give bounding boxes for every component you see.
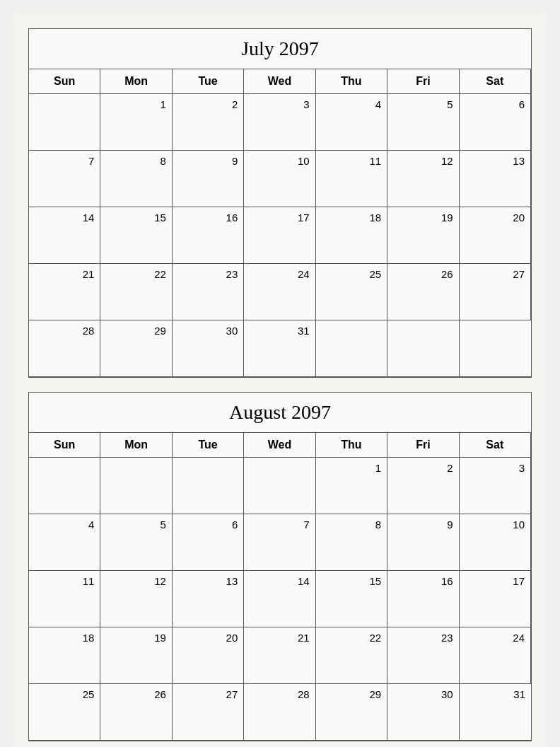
day-cell-24: 24 [460, 627, 531, 684]
day-cell-22: 22 [100, 264, 172, 320]
day-cell-27: 27 [460, 264, 531, 320]
day-cell-30: 30 [173, 320, 244, 377]
day-cell-6: 6 [460, 94, 531, 151]
day-cell-2: 2 [173, 94, 244, 151]
day-cell-1: 1 [316, 458, 387, 514]
calendar-august-2097: August 2097SunMonTueWedThuFriSat12345678… [28, 392, 532, 741]
day-cell-23: 23 [387, 627, 459, 684]
day-cell-15: 15 [316, 571, 387, 627]
day-cell-29: 29 [100, 320, 172, 377]
day-cell-2: 2 [387, 458, 459, 514]
day-cell-20: 20 [460, 207, 531, 264]
day-cell-16: 16 [173, 207, 244, 264]
day-cell-18: 18 [29, 627, 100, 684]
day-cell-8: 8 [316, 514, 387, 571]
day-cell-10: 10 [460, 514, 531, 571]
day-cell-9: 9 [173, 151, 244, 207]
day-cell-4: 4 [29, 514, 100, 571]
header-mon: Mon [100, 69, 172, 94]
day-cell-24: 24 [244, 264, 315, 320]
day-cell-12: 12 [100, 571, 172, 627]
empty-cell [316, 320, 387, 377]
day-cell-13: 13 [173, 571, 244, 627]
day-cell-19: 19 [100, 627, 172, 684]
header-sun: Sun [29, 69, 100, 94]
header-sun: Sun [29, 433, 100, 458]
day-cell-10: 10 [244, 151, 315, 207]
day-cell-29: 29 [316, 684, 387, 741]
day-cell-9: 9 [387, 514, 459, 571]
day-cell-1: 1 [100, 94, 172, 151]
empty-cell [387, 320, 459, 377]
day-cell-31: 31 [460, 684, 531, 741]
header-sat: Sat [460, 69, 531, 94]
day-cell-21: 21 [29, 264, 100, 320]
day-cell-4: 4 [316, 94, 387, 151]
day-cell-26: 26 [387, 264, 459, 320]
day-cell-27: 27 [173, 684, 244, 741]
day-cell-19: 19 [387, 207, 459, 264]
empty-cell [29, 94, 100, 151]
day-cell-28: 28 [244, 684, 315, 741]
header-wed: Wed [244, 69, 315, 94]
day-cell-11: 11 [29, 571, 100, 627]
calendar-grid-july-2097: SunMonTueWedThuFriSat1234567891011121314… [29, 69, 531, 377]
header-wed: Wed [244, 433, 315, 458]
calendar-grid-august-2097: SunMonTueWedThuFriSat1234567891011121314… [29, 433, 531, 741]
day-cell-13: 13 [460, 151, 531, 207]
day-cell-11: 11 [316, 151, 387, 207]
day-cell-5: 5 [100, 514, 172, 571]
header-tue: Tue [173, 69, 244, 94]
empty-cell [100, 458, 172, 514]
header-thu: Thu [316, 433, 387, 458]
header-sat: Sat [460, 433, 531, 458]
header-fri: Fri [387, 69, 459, 94]
day-cell-17: 17 [244, 207, 315, 264]
day-cell-26: 26 [100, 684, 172, 741]
header-mon: Mon [100, 433, 172, 458]
day-cell-20: 20 [173, 627, 244, 684]
day-cell-31: 31 [244, 320, 315, 377]
calendar-title-july-2097: July 2097 [29, 29, 531, 69]
empty-cell [244, 458, 315, 514]
day-cell-3: 3 [460, 458, 531, 514]
day-cell-5: 5 [387, 94, 459, 151]
day-cell-7: 7 [29, 151, 100, 207]
day-cell-14: 14 [29, 207, 100, 264]
day-cell-18: 18 [316, 207, 387, 264]
empty-cell [460, 320, 531, 377]
calendar-title-august-2097: August 2097 [29, 393, 531, 433]
header-fri: Fri [387, 433, 459, 458]
day-cell-6: 6 [173, 514, 244, 571]
day-cell-25: 25 [29, 684, 100, 741]
day-cell-22: 22 [316, 627, 387, 684]
empty-cell [29, 458, 100, 514]
day-cell-25: 25 [316, 264, 387, 320]
header-tue: Tue [173, 433, 244, 458]
empty-cell [173, 458, 244, 514]
day-cell-3: 3 [244, 94, 315, 151]
day-cell-30: 30 [387, 684, 459, 741]
day-cell-23: 23 [173, 264, 244, 320]
page: July 2097SunMonTueWedThuFriSat1234567891… [14, 14, 546, 747]
day-cell-16: 16 [387, 571, 459, 627]
day-cell-14: 14 [244, 571, 315, 627]
day-cell-21: 21 [244, 627, 315, 684]
day-cell-8: 8 [100, 151, 172, 207]
day-cell-7: 7 [244, 514, 315, 571]
day-cell-28: 28 [29, 320, 100, 377]
day-cell-15: 15 [100, 207, 172, 264]
day-cell-17: 17 [460, 571, 531, 627]
day-cell-12: 12 [387, 151, 459, 207]
calendar-july-2097: July 2097SunMonTueWedThuFriSat1234567891… [28, 28, 532, 378]
header-thu: Thu [316, 69, 387, 94]
